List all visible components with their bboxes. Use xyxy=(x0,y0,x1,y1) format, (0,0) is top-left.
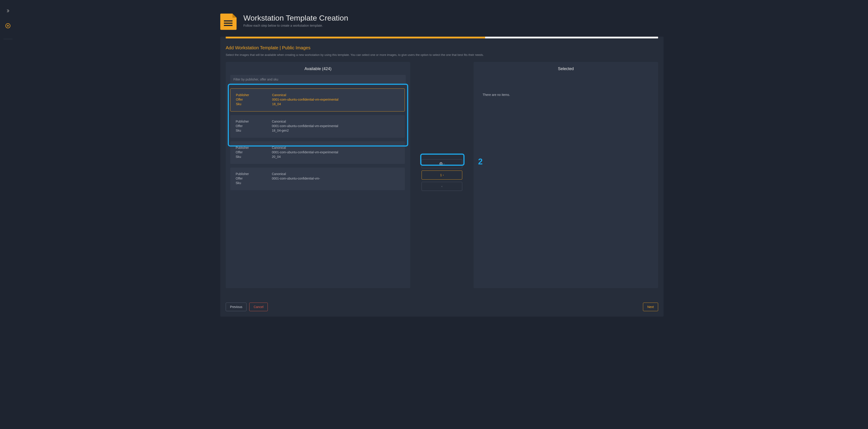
publisher-label: Publisher xyxy=(236,172,272,176)
sku-label: Sku xyxy=(236,102,272,106)
page-title: Workstation Template Creation xyxy=(243,13,348,22)
sku-label: Sku xyxy=(236,181,272,185)
chevron-right-icon: › xyxy=(443,162,444,165)
available-pane: 1 Available (424) PublisherCanonicalOffe… xyxy=(226,62,410,288)
chevron-left-icon: ‹ xyxy=(441,185,442,188)
add-icon[interactable] xyxy=(4,22,12,30)
sku-value xyxy=(272,181,399,185)
offer-value: 0001-com-ubuntu-confidential-vm-experime… xyxy=(272,98,399,101)
sku-value: 18_04-gen2 xyxy=(272,129,399,132)
next-button[interactable]: Next xyxy=(643,303,658,311)
offer-value: 0001-com-ubuntu-confidential-vm-experime… xyxy=(272,124,399,128)
publisher-value: Canonical xyxy=(272,172,399,176)
offer-value: 0001-com-ubuntu-confidential-vm- xyxy=(272,177,399,180)
offer-label: Offer xyxy=(236,177,272,180)
section-desc: Select the images that will be available… xyxy=(226,53,658,57)
offer-value: 0001-com-ubuntu-confidential-vm-experime… xyxy=(272,150,399,154)
publisher-value: Canonical xyxy=(272,93,399,97)
filter-input[interactable] xyxy=(230,75,406,84)
sku-value: 20_04 xyxy=(272,155,399,158)
sku-label: Sku xyxy=(236,155,272,158)
available-title: Available (424) xyxy=(230,66,406,71)
sidebar-divider xyxy=(3,39,12,39)
offer-label: Offer xyxy=(236,124,272,128)
publisher-label: Publisher xyxy=(236,146,272,150)
wizard-footer: Previous Cancel Next xyxy=(220,294,663,316)
progress-bar xyxy=(226,37,658,38)
list-item[interactable]: PublisherCanonicalOffer0001-com-ubuntu-c… xyxy=(230,167,405,190)
offer-label: Offer xyxy=(236,98,272,101)
list-item[interactable]: PublisherCanonicalOffer0001-com-ubuntu-c… xyxy=(230,115,405,138)
publisher-value: Canonical xyxy=(272,146,399,150)
move-count: 1 xyxy=(440,173,442,177)
cancel-button[interactable]: Cancel xyxy=(249,303,268,311)
page-subtitle: Follow each step below to create a works… xyxy=(243,24,348,27)
move-all-right-button[interactable]: ✕ › xyxy=(422,159,462,168)
document-icon xyxy=(220,13,237,30)
publisher-label: Publisher xyxy=(236,120,272,123)
wizard-card: Add Workstation Template | Public Images… xyxy=(220,37,663,316)
sidebar xyxy=(0,0,16,429)
selected-pane: Selected There are no items. xyxy=(473,62,658,288)
publisher-value: Canonical xyxy=(272,120,399,123)
selected-empty: There are no items. xyxy=(478,75,654,97)
publisher-label: Publisher xyxy=(236,93,272,97)
progress-fill xyxy=(226,37,485,38)
available-list[interactable]: PublisherCanonicalOffer0001-com-ubuntu-c… xyxy=(230,88,406,284)
move-selected-right-button[interactable]: 1 › xyxy=(422,171,462,180)
offer-label: Offer xyxy=(236,150,272,154)
page-header: Workstation Template Creation Follow eac… xyxy=(220,13,663,30)
selected-title: Selected xyxy=(478,66,654,71)
sku-value: 18_04 xyxy=(272,102,399,106)
move-left-button[interactable]: ‹ xyxy=(422,182,462,191)
previous-button[interactable]: Previous xyxy=(226,303,247,311)
list-item[interactable]: PublisherCanonicalOffer0001-com-ubuntu-c… xyxy=(230,141,405,164)
section-title: Add Workstation Template | Public Images xyxy=(226,45,658,51)
sku-label: Sku xyxy=(236,129,272,132)
circle-x-icon: ✕ xyxy=(439,162,443,165)
move-controls: 2 ✕ › 1 › ‹ xyxy=(410,62,473,288)
list-item[interactable]: PublisherCanonicalOffer0001-com-ubuntu-c… xyxy=(230,88,405,112)
expand-sidebar-icon[interactable] xyxy=(4,7,12,15)
chevron-right-icon: › xyxy=(443,174,444,177)
